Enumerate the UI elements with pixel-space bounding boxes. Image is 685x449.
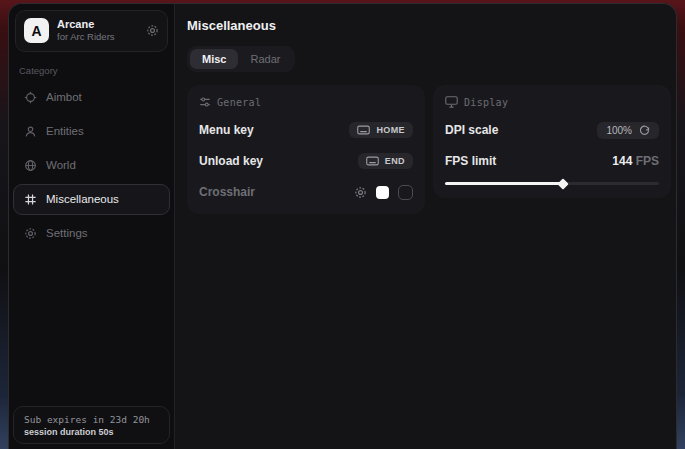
reset-icon	[639, 125, 650, 136]
fps-unit: FPS	[636, 154, 659, 168]
sidebar: A Arcane for Arc Riders Category Aimbot	[9, 4, 175, 449]
sidebar-item-label: Settings	[46, 227, 88, 239]
cards-row: General Menu key HOME Unload key	[187, 85, 671, 214]
tab-bar: Misc Radar	[187, 46, 295, 72]
brand-logo: A	[24, 18, 49, 43]
grid-icon	[24, 193, 37, 206]
sidebar-item-settings[interactable]: Settings	[13, 218, 170, 249]
fps-limit-slider[interactable]	[445, 182, 659, 185]
category-label: Category	[19, 65, 164, 76]
display-card-header: Display	[445, 96, 659, 108]
menu-key-button[interactable]: HOME	[349, 122, 413, 138]
tab-misc[interactable]: Misc	[190, 49, 238, 69]
fps-number: 144	[612, 154, 632, 168]
sidebar-item-label: World	[46, 159, 76, 171]
dpi-scale-button[interactable]: 100%	[597, 122, 659, 139]
sidebar-item-label: Entities	[46, 125, 84, 137]
dpi-scale-value: 100%	[606, 125, 632, 136]
sliders-icon	[199, 96, 211, 108]
sidebar-nav: Aimbot Entities World	[9, 79, 174, 249]
keyboard-icon	[357, 125, 370, 135]
unload-key-row: Unload key END	[199, 152, 413, 170]
sidebar-item-entities[interactable]: Entities	[13, 116, 170, 147]
gear-icon[interactable]	[354, 186, 367, 199]
fps-limit-label: FPS limit	[445, 154, 496, 168]
general-card: General Menu key HOME Unload key	[187, 85, 425, 214]
entities-icon	[24, 125, 37, 138]
unload-key-label: Unload key	[199, 154, 263, 168]
menu-key-row: Menu key HOME	[199, 121, 413, 139]
sidebar-item-miscellaneous[interactable]: Miscellaneous	[13, 184, 170, 215]
unload-key-value: END	[385, 156, 405, 166]
crosshair-checkbox[interactable]	[398, 185, 413, 200]
sidebar-item-world[interactable]: World	[13, 150, 170, 181]
brand-title: Arcane	[57, 18, 138, 31]
crosshair-label: Crosshair	[199, 185, 255, 199]
page-title: Miscellaneous	[187, 18, 671, 33]
sub-expiry-text: Sub expires in 23d 20h	[24, 414, 159, 425]
crosshair-row: Crosshair	[199, 183, 413, 201]
display-card: Display DPI scale 100% FPS limit	[433, 85, 671, 198]
dpi-scale-label: DPI scale	[445, 123, 498, 137]
fps-limit-value: 144 FPS	[612, 154, 659, 168]
crosshair-icon	[24, 91, 37, 104]
brand-card: A Arcane for Arc Riders	[15, 10, 168, 52]
subscription-info-box: Sub expires in 23d 20h session duration …	[13, 406, 170, 444]
brand-subtitle: for Arc Riders	[57, 31, 138, 43]
brand-text: Arcane for Arc Riders	[57, 18, 138, 44]
sidebar-item-label: Aimbot	[46, 91, 82, 103]
dpi-scale-row: DPI scale 100%	[445, 121, 659, 139]
crosshair-color-swatch[interactable]	[376, 186, 389, 199]
fps-slider-thumb[interactable]	[557, 178, 568, 189]
main-content: Miscellaneous Misc Radar General Menu ke…	[175, 4, 677, 449]
tab-radar[interactable]: Radar	[238, 49, 292, 69]
fps-slider-fill	[445, 182, 563, 185]
fps-limit-row: FPS limit 144 FPS	[445, 152, 659, 170]
menu-key-label: Menu key	[199, 123, 254, 137]
sidebar-item-label: Miscellaneous	[46, 193, 119, 205]
crosshair-controls	[354, 185, 413, 200]
general-card-header: General	[199, 96, 413, 108]
gear-icon[interactable]	[146, 24, 159, 37]
globe-icon	[24, 159, 37, 172]
keyboard-icon	[366, 156, 379, 166]
sidebar-item-aimbot[interactable]: Aimbot	[13, 82, 170, 113]
monitor-icon	[445, 96, 458, 108]
app-window: A Arcane for Arc Riders Category Aimbot	[8, 3, 677, 449]
session-duration-text: session duration 50s	[24, 427, 159, 437]
unload-key-button[interactable]: END	[358, 153, 413, 169]
menu-key-value: HOME	[376, 125, 405, 135]
display-card-title: Display	[464, 97, 508, 108]
gear-icon	[24, 227, 37, 240]
general-card-title: General	[217, 97, 261, 108]
